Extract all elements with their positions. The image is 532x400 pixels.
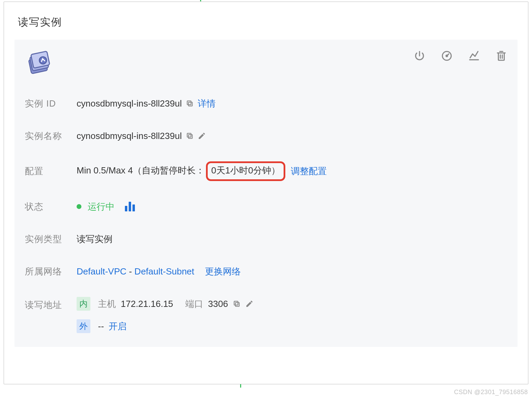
svg-point-5: [446, 55, 447, 57]
config-prefix: Min 0.5/Max 4（自动暂停时长：: [77, 165, 205, 176]
host-label: 主机: [98, 298, 116, 310]
instance-card: 实例 ID cynosdbmysql-ins-8ll239ul 详情 实例名称 …: [14, 40, 518, 347]
detail-link[interactable]: 详情: [198, 98, 216, 110]
host-value: 172.21.16.15: [121, 299, 173, 309]
config-highlight: 0天1小时0分钟）: [206, 161, 285, 181]
change-network-link[interactable]: 更换网络: [205, 266, 241, 278]
panel-title: 读写实例: [18, 15, 518, 29]
row-config: 配置 Min 0.5/Max 4（自动暂停时长：0天1小时0分钟） 调整配置: [25, 161, 507, 181]
network-sep: -: [127, 266, 135, 277]
external-badge: 外: [77, 319, 90, 333]
svg-rect-6: [188, 102, 192, 106]
vpc-link[interactable]: Default-VPC: [77, 266, 127, 277]
monitor-icon[interactable]: [125, 202, 135, 211]
edit-icon[interactable]: [198, 132, 206, 140]
row-instance-type: 实例类型 读写实例: [25, 232, 507, 246]
row-instance-name: 实例名称 cynosdbmysql-ins-8ll239ul: [25, 129, 507, 143]
row-address: 读写地址 内 主机 172.21.16.15 端口 3306: [25, 297, 507, 333]
label-instance-type: 实例类型: [25, 233, 77, 245]
dashboard-icon[interactable]: [441, 50, 453, 64]
action-toolbar: [414, 50, 507, 64]
port-label: 端口: [185, 298, 203, 310]
label-config: 配置: [25, 165, 77, 177]
instance-icon: [25, 50, 52, 78]
watermark: CSDN @2301_79516858: [454, 389, 528, 396]
edit-icon[interactable]: [245, 300, 254, 308]
row-network: 所属网络 Default-VPC - Default-Subnet 更换网络: [25, 264, 507, 278]
enable-external-link[interactable]: 开启: [109, 320, 127, 332]
svg-rect-11: [234, 301, 238, 305]
chart-icon[interactable]: [468, 50, 480, 64]
internal-badge: 内: [77, 297, 90, 311]
copy-icon[interactable]: [186, 132, 194, 140]
label-instance-id: 实例 ID: [25, 98, 77, 110]
adjust-config-link[interactable]: 调整配置: [291, 165, 327, 177]
decorative-green-line: [240, 384, 241, 388]
value-instance-id: cynosdbmysql-ins-8ll239ul: [77, 98, 182, 109]
copy-icon[interactable]: [233, 300, 240, 308]
value-instance-name: cynosdbmysql-ins-8ll239ul: [77, 131, 182, 141]
status-dot: [77, 204, 81, 209]
label-network: 所属网络: [25, 266, 77, 278]
card-header: [25, 50, 507, 78]
label-instance-name: 实例名称: [25, 130, 77, 142]
svg-rect-8: [188, 134, 192, 138]
subnet-link[interactable]: Default-Subnet: [135, 266, 194, 277]
row-instance-id: 实例 ID cynosdbmysql-ins-8ll239ul 详情: [25, 97, 507, 110]
port-value: 3306: [208, 299, 228, 309]
label-address: 读写地址: [25, 297, 77, 311]
svg-rect-10: [235, 302, 239, 306]
delete-icon[interactable]: [495, 50, 507, 64]
value-instance-type: 读写实例: [77, 233, 112, 245]
instance-panel: 读写实例: [3, 1, 529, 384]
external-value: --: [98, 321, 104, 332]
external-address-line: 外 -- 开启: [77, 319, 254, 333]
power-icon[interactable]: [414, 50, 425, 64]
status-text: 运行中: [88, 201, 115, 213]
label-status: 状态: [25, 201, 77, 213]
svg-rect-9: [187, 133, 191, 137]
svg-rect-7: [187, 101, 191, 105]
row-status: 状态 运行中: [25, 200, 507, 213]
internal-address-line: 内 主机 172.21.16.15 端口 3306: [77, 297, 254, 311]
copy-icon[interactable]: [186, 100, 194, 107]
